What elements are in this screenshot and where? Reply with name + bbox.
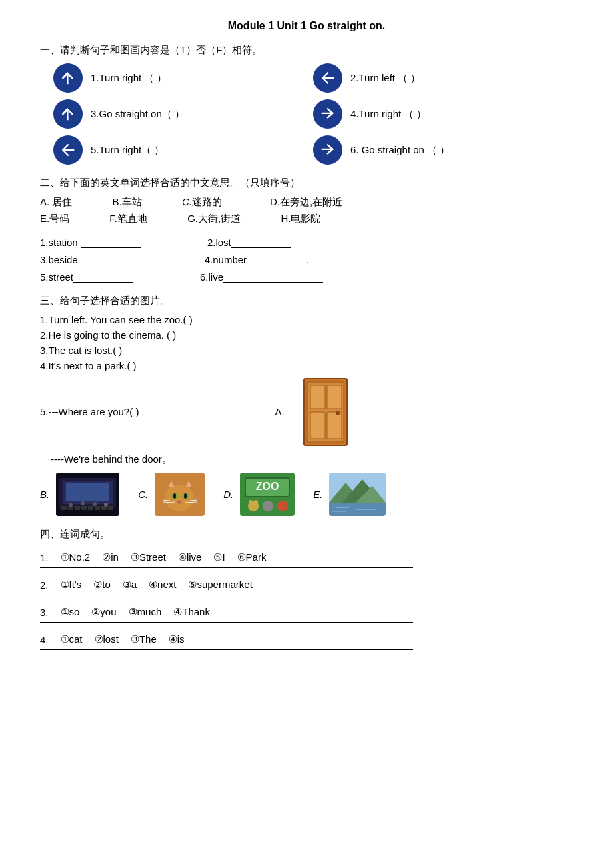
sentence-2: 2.He is going to the cinema. ( ) [40, 329, 573, 341]
svg-point-22 [104, 503, 108, 507]
row1-w2: ②in [102, 551, 119, 563]
section3-header: 三、给句子选择合适的图片。 [40, 295, 573, 307]
row4-w1: ①cat [61, 633, 83, 645]
svg-rect-4 [310, 412, 325, 439]
option-d: D.在旁边,在附近 [270, 196, 342, 207]
dir-label-4: 4.Turn right （ ） [350, 108, 426, 121]
option-g: G.大街,街道 [187, 213, 241, 224]
image-b-container: B. [40, 473, 119, 516]
sentence-4: 4.It's next to a park.( ) [40, 360, 573, 371]
row2-w1: ①It's [61, 579, 82, 591]
svg-rect-15 [88, 506, 93, 510]
answer-line-4[interactable] [40, 649, 413, 650]
row3-w2: ②you [91, 606, 116, 618]
row3-w4: ④Thank [173, 606, 210, 618]
dir-item-2: 2.Turn left （ ） [313, 63, 573, 93]
sentence-1: 1.Turn left. You can see the zoo.( ) [40, 314, 573, 325]
direction-grid: 1.Turn right （ ） 2.Turn left （ ） 3.Go st… [53, 63, 573, 165]
section2: 二、给下面的英文单词选择合适的中文意思。（只填序号） A. 居住 B.车站 C.… [40, 177, 573, 283]
image-e-container: E. [313, 473, 386, 516]
dir-label-6: 6. Go straight on （ ） [350, 144, 450, 157]
direction-icon-4 [313, 99, 342, 129]
fill-word-6: 6.live [200, 271, 323, 283]
dir-item-1: 1.Turn right （ ） [53, 63, 313, 93]
direction-icon-6 [313, 135, 342, 165]
fill-blank-3[interactable] [78, 253, 138, 265]
svg-point-45 [254, 500, 258, 504]
fill-blank-1[interactable] [81, 236, 141, 248]
fill-row-2: 3.beside 4.number . [40, 253, 573, 265]
option-b: B.车站 [113, 196, 142, 207]
image-label-c: C. [138, 489, 148, 500]
svg-text:ZOO: ZOO [256, 481, 279, 492]
dir-label-2: 2.Turn left （ ） [350, 72, 420, 85]
option-h: H.电影院 [281, 213, 320, 224]
sentence-3: 3.The cat is lost.( ) [40, 345, 573, 356]
direction-icon-3 [53, 99, 83, 129]
section3: 三、给句子选择合适的图片。 1.Turn left. You can see t… [40, 295, 573, 516]
section4-header: 四、连词成句。 [40, 528, 573, 541]
svg-point-24 [165, 485, 194, 511]
row2-w4: ④next [149, 579, 176, 591]
image-label-e: E. [313, 489, 322, 500]
row2-w2: ②to [93, 579, 111, 591]
image-d-container: D. ZOO [223, 473, 295, 516]
row1-w6: ⑥Park [237, 551, 267, 563]
svg-point-20 [81, 501, 85, 505]
row3-num: 3. [40, 607, 49, 618]
option-f: F.笔直地 [109, 213, 147, 224]
word-order-row-3: 3. ①so ②you ③much ④Thank [40, 606, 573, 618]
zoo-image: ZOO [240, 473, 295, 516]
dir-label-1: 1.Turn right （ ） [91, 72, 167, 85]
row2-w5: ⑤supermarket [188, 579, 252, 591]
cat-image [155, 473, 205, 516]
fill-row-3: 5.street 6.live [40, 271, 573, 283]
dir-label-3: 3.Go straight on（ ） [91, 108, 185, 121]
row1-w5: ⑤I [213, 551, 225, 563]
door-image [301, 375, 350, 449]
answer-line-3[interactable] [40, 622, 413, 623]
fill-word-1: 1.station [40, 236, 141, 248]
images-row: B. [40, 473, 573, 516]
dir-item-3: 3.Go straight on（ ） [53, 99, 313, 129]
answer-line-1[interactable] [40, 567, 413, 568]
svg-rect-5 [327, 412, 342, 439]
park-image [329, 473, 386, 516]
direction-icon-1 [53, 63, 83, 93]
sentence-5b: ----We're behind the door。 [51, 453, 573, 466]
row1-w1: ①No.2 [61, 551, 91, 563]
cinema-image [56, 473, 119, 516]
fill-word-2: 2.lost [207, 236, 291, 248]
svg-point-21 [93, 502, 97, 506]
svg-point-44 [249, 500, 253, 504]
row1-w4: ④live [178, 551, 202, 563]
dir-label-5: 5.Turn right（ ） [91, 144, 164, 157]
row2-num: 2. [40, 579, 49, 591]
row1-w3: ③Street [131, 551, 166, 563]
word-order-row-1: 1. ①No.2 ②in ③Street ④live ⑤I ⑥Park [40, 551, 573, 563]
svg-point-6 [336, 411, 340, 415]
option-a: A. 居住 [40, 196, 72, 207]
image-label-d: D. [223, 489, 233, 500]
fill-word-3: 3.beside [40, 253, 138, 265]
dir-item-5: 5.Turn right（ ） [53, 135, 313, 165]
svg-point-19 [69, 503, 73, 507]
direction-icon-5 [53, 135, 83, 165]
svg-rect-11 [61, 506, 67, 510]
fill-word-5: 5.street [40, 271, 133, 283]
option-c: C.迷路的 [182, 196, 222, 207]
sentence-list: 1.Turn left. You can see the zoo.( ) 2.H… [40, 314, 573, 466]
svg-point-31 [173, 493, 176, 499]
fill-blank-2[interactable] [231, 236, 291, 248]
vocab-options-row1: A. 居住 B.车站 C.迷路的 D.在旁边,在附近 [40, 196, 573, 209]
svg-rect-10 [66, 483, 109, 501]
row2-w3: ③a [123, 579, 137, 591]
fill-blank-4[interactable] [247, 253, 306, 265]
word-order-row-4: 4. ①cat ②lost ③The ④is [40, 633, 573, 645]
fill-blank-6[interactable] [223, 271, 323, 283]
image-label-a: A. [275, 406, 285, 417]
answer-line-2[interactable] [40, 595, 413, 595]
fill-blank-5[interactable] [73, 271, 133, 283]
dir-item-6: 6. Go straight on （ ） [313, 135, 573, 165]
svg-rect-3 [327, 385, 342, 409]
